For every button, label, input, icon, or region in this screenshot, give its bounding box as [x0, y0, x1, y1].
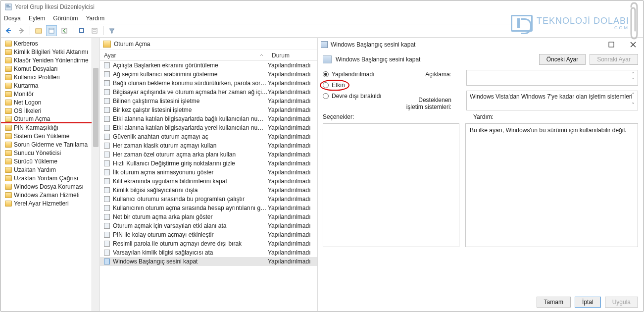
tree-item[interactable]: Kimlik Bilgileri Yetki Aktarımı — [1, 48, 99, 56]
list-row[interactable]: Bir kez çalıştır listesini işletmeYapıla… — [100, 105, 317, 114]
tree-item-label: Yerel Ayar Hizmetleri — [14, 200, 69, 207]
list-row[interactable]: Bilgisayar açılışında ve oturum açmada h… — [100, 88, 317, 97]
tree-item[interactable]: Uzaktan Yordam Çağrısı — [1, 174, 99, 182]
tree-item[interactable]: Sistem Geri Yükleme — [1, 132, 99, 140]
list-row[interactable]: İlk oturum açma animasyonunu gösterYapıl… — [100, 168, 317, 177]
tree-item[interactable]: Sorun Giderme ve Tanılama — [1, 140, 99, 149]
tree-item-label: Uzaktan Yordam Çağrısı — [14, 175, 78, 182]
setting-state: Yapılandırılmadı — [268, 231, 317, 238]
list-row[interactable]: Hızlı Kullanıcı Değiştirme giriş noktala… — [100, 159, 317, 168]
list-row[interactable]: Her zaman özel oturum açma arka planı ku… — [100, 150, 317, 159]
list-row[interactable]: Güvenlik anahtarı oturum açmayı açYapıla… — [100, 132, 317, 141]
options-box[interactable] — [323, 123, 459, 247]
comment-textarea[interactable]: ˄ ˅ — [466, 70, 638, 86]
tree-item[interactable]: Komut Dosyaları — [1, 64, 99, 73]
menu-file[interactable]: Dosya — [4, 15, 21, 22]
setting-name: Oturum açmak için varsayılan etki alanı … — [113, 222, 268, 229]
tree-item[interactable]: Sunucu Yöneticisi — [1, 149, 99, 157]
tree-item[interactable]: Uzaktan Yardım — [1, 165, 99, 174]
setting-state: Yapılandırılmadı — [268, 222, 317, 229]
column-name[interactable]: Ayar — [100, 52, 268, 59]
tree-item[interactable]: Kerberos — [1, 39, 99, 48]
list-row[interactable]: Oturum açmak için varsayılan etki alanı … — [100, 221, 317, 230]
toolbar-icon-4[interactable] — [76, 25, 87, 36]
ok-button[interactable]: Tamam — [537, 297, 571, 308]
list-row[interactable]: Etki alanına katılan bilgisayarlarda yer… — [100, 123, 317, 132]
setting-icon — [104, 187, 110, 193]
nav-forward-icon[interactable] — [16, 25, 27, 36]
list-row[interactable]: Kullanıcı oturumu sırasında bu programla… — [100, 195, 317, 204]
list-row[interactable]: Ağ seçimi kullanıcı arabirimini gösterme… — [100, 70, 317, 79]
setting-state: Yapılandırılmadı — [268, 196, 317, 203]
tree-item[interactable]: OS İlkeleri — [1, 106, 99, 115]
toolbar-icon-2[interactable] — [46, 25, 57, 36]
tree-item[interactable]: PIN Karmaşıklığı — [1, 123, 99, 132]
list-row[interactable]: Kilit ekranında uygulama bildirimlerini … — [100, 177, 317, 186]
list-row[interactable]: Windows Başlangıç sesini kapatYapılandır… — [100, 257, 317, 266]
tree-scroll-thumb[interactable] — [93, 68, 99, 147]
maximize-icon[interactable] — [604, 40, 618, 50]
list-row[interactable]: Resimli parola ile oturum açmayı devre d… — [100, 239, 317, 248]
tree-item[interactable]: Windows Zaman Hizmeti — [1, 191, 99, 199]
titlebar[interactable]: Yerel Grup İlkesi Düzenleyicisi — [1, 1, 643, 13]
list-row[interactable]: Kimlik bilgisi sağlayıcılarını dışlaYapı… — [100, 186, 317, 195]
list-row[interactable]: Bilinen çalıştırma listesini işletmeYapı… — [100, 97, 317, 105]
dialog-content: Yapılandırılmadı Etkin Devre dışı bırakı… — [318, 68, 643, 293]
list-row[interactable]: Açılışta Başlarken ekranını görüntülemeY… — [100, 61, 317, 70]
radio-enabled[interactable]: Etkin — [323, 82, 387, 89]
prev-setting-button[interactable]: Önceki Ayar — [539, 54, 586, 65]
dialog-subtitle: Windows Başlangıç sesini kapat — [336, 56, 420, 63]
options-label: Seçenekler: — [323, 113, 463, 120]
tree-item[interactable]: Net Logon — [1, 98, 99, 106]
setting-state: Yapılandırılmadı — [268, 133, 317, 140]
tree-item-label: Kimlik Bilgileri Yetki Aktarımı — [14, 49, 88, 55]
toolbar-icon-1[interactable] — [33, 25, 44, 36]
tree-item[interactable]: Windows Dosya Koruması — [1, 182, 99, 191]
list-row[interactable]: Net bir oturum açma arka planı gösterYap… — [100, 212, 317, 221]
policy-dialog: Windows Başlangıç sesini kapat Windows B… — [318, 38, 643, 311]
folder-icon — [5, 83, 12, 89]
filter-icon[interactable] — [106, 25, 117, 36]
cancel-button[interactable]: İptal — [575, 297, 601, 308]
menu-view[interactable]: Görünüm — [53, 15, 78, 22]
tree-item[interactable]: Klasör Yeniden Yönlendirme — [1, 56, 99, 64]
list-header: Oturum Açma — [100, 38, 317, 50]
close-icon[interactable] — [626, 40, 640, 50]
dialog-titlebar[interactable]: Windows Başlangıç sesini kapat — [318, 38, 643, 51]
help-box: Bu ilke ayarı, Windows'un bu sürümü için… — [465, 123, 638, 247]
toolbar-icon-3[interactable] — [59, 25, 70, 36]
radio-not-configured[interactable]: Yapılandırılmadı — [323, 71, 387, 78]
list-row[interactable]: Etki alanına katılan bilgisayarlarda bağ… — [100, 114, 317, 123]
tree-item[interactable]: Kullanıcı Profilleri — [1, 73, 99, 81]
list-body[interactable]: Açılışta Başlarken ekranını görüntülemeY… — [100, 61, 317, 311]
setting-icon — [104, 250, 110, 256]
list-row[interactable]: Varsayılan kimlik bilgisi sağlayıcısı at… — [100, 248, 317, 257]
tree-item-label: Komut Dosyaları — [14, 65, 58, 72]
toolbar-icon-5[interactable] — [89, 25, 100, 36]
scroll-up-icon[interactable]: ˄ — [630, 92, 637, 99]
tree-item-label: Monitör — [14, 91, 34, 98]
nav-tree[interactable]: KerberosKimlik Bilgileri Yetki AktarımıK… — [1, 38, 100, 311]
tree-item[interactable]: Kurtarma — [1, 81, 99, 90]
setting-name: Her zaman klasik oturum açmayı kullan — [113, 142, 268, 149]
tree-item[interactable]: Oturum Açma — [1, 115, 99, 123]
scroll-down-icon[interactable]: ˅ — [630, 102, 637, 109]
menu-action[interactable]: Eylem — [29, 15, 45, 22]
setting-icon — [104, 134, 110, 140]
tree-item[interactable]: Yerel Ayar Hizmetleri — [1, 199, 99, 208]
scroll-down-icon[interactable]: ˅ — [630, 77, 637, 84]
tree-scrollbar[interactable] — [92, 38, 99, 311]
list-row[interactable]: Kullanıcının oturum açma sırasında hesap… — [100, 204, 317, 212]
list-row[interactable]: Bağlı olunan bekleme konumu sürdürülürke… — [100, 79, 317, 88]
tree-item[interactable]: Monitör — [1, 90, 99, 98]
tree-item[interactable]: Sürücü Yükleme — [1, 157, 99, 165]
list-row[interactable]: PIN ile kolay oturum açmayı etkinleştirY… — [100, 230, 317, 239]
nav-back-icon[interactable] — [3, 25, 14, 36]
radio-disabled[interactable]: Devre dışı bırakıldı — [323, 93, 387, 100]
setting-name: Hızlı Kullanıcı Değiştirme giriş noktala… — [113, 160, 268, 167]
tree-item-label: Sorun Giderme ve Tanılama — [14, 141, 88, 148]
column-state[interactable]: Durum — [268, 52, 317, 59]
list-row[interactable]: Her zaman klasik oturum açmayı kullanYap… — [100, 141, 317, 150]
folder-icon — [5, 184, 12, 190]
menu-help[interactable]: Yardım — [86, 15, 104, 22]
